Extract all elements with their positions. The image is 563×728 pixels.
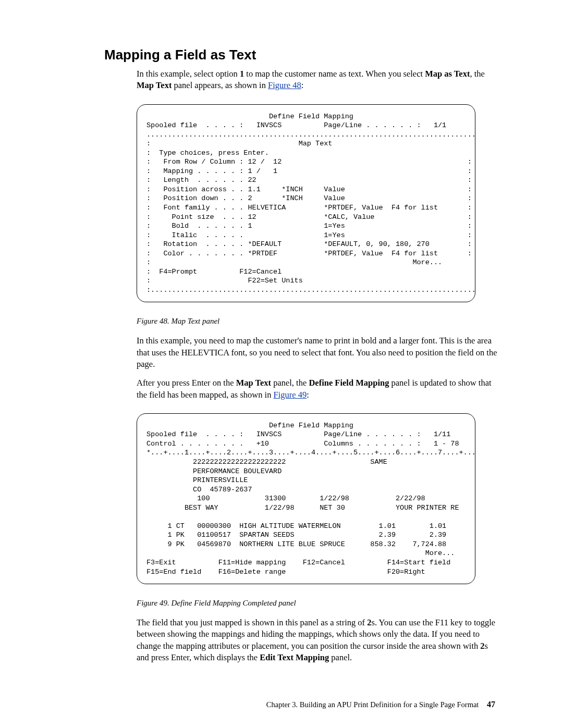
text: panel, the [271,378,309,388]
text: The field that you just mapped is shown … [137,618,367,627]
figure-49-link[interactable]: Figure 49 [274,390,307,400]
text-bold: Map as Text [425,69,470,79]
text: : [307,390,309,400]
page-footer: Chapter 3. Building an APU Print Definit… [104,700,500,709]
text-bold: Map Text [137,80,172,90]
text: to map the customer name as text. When y… [244,69,425,79]
map-text-panel: Define Field Mapping Spooled file . . . … [137,104,475,303]
text-bold: Define Field Mapping [309,378,389,388]
text: : [301,80,304,90]
text-bold: Map Text [236,378,271,388]
intro-paragraph: In this example, select option 1 to map … [137,68,500,92]
text: After you press Enter on the [137,378,236,388]
figure-48-link[interactable]: Figure 48 [268,80,301,90]
footer-page-number: 47 [487,700,495,709]
text-bold: Edit Text Mapping [260,652,329,662]
paragraph: In this example, you need to map the cus… [137,335,500,370]
define-field-mapping-panel: Define Field Mapping Spooled file . . . … [137,413,475,584]
text: , the [470,69,484,79]
text-bold: 1 [240,69,244,79]
figure-49-caption: Figure 49. Define Field Mapping Complete… [137,599,500,608]
figure-48-caption: Figure 48. Map Text panel [137,317,500,326]
mid-paragraphs: In this example, you need to map the cus… [137,335,500,400]
text: In this example, select option [137,69,240,79]
text-bold: 2 [480,641,484,651]
end-paragraph: The field that you just mapped is shown … [137,617,500,663]
section-heading: Mapping a Field as Text [104,47,500,63]
text: panel. [329,652,352,662]
text: panel appears, as shown in [172,80,268,90]
footer-chapter: Chapter 3. Building an APU Print Definit… [266,700,479,709]
